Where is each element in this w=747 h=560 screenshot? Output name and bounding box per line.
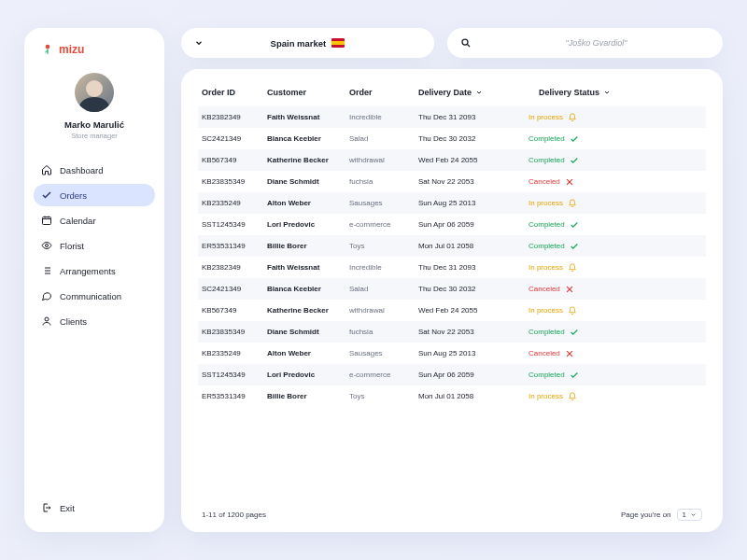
- main: Spain market "Joško Gvardiol" Order ID C…: [181, 28, 723, 532]
- cell-delivery-status: Canceled: [512, 285, 614, 294]
- pager-label: Page you're on: [621, 511, 671, 519]
- cell-delivery-date: Sat Nov 22 2053: [418, 328, 512, 336]
- cell-order-id: KB2335249: [202, 199, 267, 207]
- topbar: Spain market "Joško Gvardiol": [181, 28, 723, 58]
- table-row[interactable]: KB2382349Faith WeissnatIncredibleThu Dec…: [198, 106, 706, 128]
- exit-button[interactable]: Exit: [24, 497, 164, 519]
- cell-delivery-status: In process: [512, 199, 614, 208]
- sidebar-item-communication[interactable]: Communication: [34, 285, 155, 307]
- table-row[interactable]: ER53531349Billie BorerToysMon Jul 01 205…: [198, 235, 706, 257]
- cell-delivery-date: Thu Dec 31 2093: [418, 113, 512, 121]
- cell-delivery-status: Canceled: [512, 349, 614, 358]
- cell-order-id: KB23835349: [202, 328, 267, 336]
- sidebar-item-clients[interactable]: Clients: [34, 310, 155, 332]
- cell-delivery-status: In process: [512, 113, 614, 122]
- col-delivery-date[interactable]: Delivery Date: [418, 88, 512, 97]
- cell-delivery-status: In process: [512, 306, 614, 315]
- cell-customer: Blanca Keebler: [267, 285, 349, 293]
- table-row[interactable]: SC2421349Blanca KeeblerSaladThu Dec 30 2…: [198, 128, 706, 149]
- table-row[interactable]: KB2335249Alton WeberSausagesSun Aug 25 2…: [198, 343, 706, 364]
- table-row[interactable]: ER53531349Billie BorerToysMon Jul 01 205…: [198, 385, 706, 407]
- col-delivery-status[interactable]: Delivery Status: [512, 88, 614, 97]
- cell-customer: Katherine Becker: [267, 156, 349, 164]
- search-box[interactable]: "Joško Gvardiol": [447, 28, 723, 58]
- col-order-id[interactable]: Order ID: [202, 88, 267, 97]
- cell-order-id: KB2335249: [202, 349, 267, 357]
- chevron-down-icon: [603, 89, 611, 96]
- cell-delivery-date: Sat Nov 22 2053: [418, 177, 512, 186]
- x-icon: [565, 177, 574, 187]
- table-row[interactable]: KB23835349Diane SchmidtfuchsiaSat Nov 22…: [198, 321, 706, 343]
- table-row[interactable]: SST1245349Lori Predovice-commerceSun Apr…: [198, 214, 706, 235]
- bell-icon: [568, 199, 577, 208]
- table-row[interactable]: SC2421349Blanca KeeblerSaladThu Dec 30 2…: [198, 278, 706, 300]
- cell-delivery-date: Mon Jul 01 2058: [418, 242, 512, 250]
- table-row[interactable]: KB2335249Alton WeberSausagesSun Aug 25 2…: [198, 192, 706, 214]
- cell-delivery-status: Completed: [512, 134, 614, 144]
- user-role: Store manager: [34, 132, 155, 140]
- avatar: [75, 73, 114, 112]
- cell-delivery-date: Sun Apr 06 2059: [418, 371, 512, 379]
- cell-order: withdrawal: [349, 306, 418, 315]
- table-row[interactable]: KB567349Katherine BeckerwithdrawalWed Fe…: [198, 149, 706, 171]
- status-text: Completed: [529, 220, 565, 229]
- sidebar-item-label: Dashboard: [60, 165, 103, 175]
- cell-delivery-date: Mon Jul 01 2058: [418, 392, 512, 400]
- status-text: Completed: [529, 242, 565, 250]
- chevron-down-icon: [475, 89, 483, 96]
- cell-customer: Lori Predovic: [267, 371, 349, 379]
- cell-order-id: SST1245349: [202, 220, 267, 229]
- orders-card: Order ID Customer Order Delivery Date De…: [181, 69, 723, 532]
- sidebar-item-arrangements[interactable]: Arrangements: [34, 259, 155, 282]
- sidebar-item-florist[interactable]: Florist: [34, 234, 155, 257]
- sidebar-item-orders[interactable]: Orders: [34, 184, 155, 206]
- sidebar: mizu Marko Marulić Store manager Dashboa…: [24, 28, 164, 532]
- table-row[interactable]: KB2382349Faith WeissnatIncredibleThu Dec…: [198, 257, 706, 278]
- table-row[interactable]: SST1245349Lori Predovice-commerceSun Apr…: [198, 364, 706, 385]
- status-text: In process: [529, 113, 563, 121]
- brand-logo: mizu: [24, 43, 164, 62]
- cell-delivery-date: Thu Dec 31 2093: [418, 263, 512, 272]
- cell-order: fuchsia: [349, 328, 418, 336]
- list-icon: [41, 265, 52, 276]
- cell-delivery-date: Sun Aug 25 2013: [418, 199, 512, 207]
- market-label: Spain market: [271, 38, 327, 49]
- status-text: Canceled: [529, 349, 560, 357]
- sidebar-item-calendar[interactable]: Calendar: [34, 209, 155, 231]
- svg-rect-1: [43, 217, 51, 225]
- cell-delivery-date: Wed Feb 24 2055: [418, 156, 512, 164]
- table-row[interactable]: KB567349Katherine BeckerwithdrawalWed Fe…: [198, 300, 706, 321]
- cell-order-id: KB567349: [202, 306, 267, 315]
- chat-icon: [41, 290, 52, 301]
- cell-delivery-date: Thu Dec 30 2032: [418, 134, 512, 143]
- cell-customer: Billie Borer: [267, 392, 349, 400]
- col-order[interactable]: Order: [349, 88, 418, 97]
- bell-icon: [568, 392, 577, 401]
- cell-order: Salad: [349, 285, 418, 293]
- cell-order: fuchsia: [349, 177, 418, 186]
- cell-customer: Faith Weissnat: [267, 263, 349, 272]
- status-text: In process: [529, 263, 563, 272]
- exit-icon: [41, 502, 52, 513]
- table-row[interactable]: KB23835349Diane SchmidtfuchsiaSat Nov 22…: [198, 171, 706, 192]
- sidebar-item-label: Calendar: [60, 216, 96, 226]
- market-selector[interactable]: Spain market: [181, 28, 434, 58]
- table-body: KB2382349Faith WeissnatIncredibleThu Dec…: [198, 106, 706, 499]
- check-icon: [570, 242, 579, 251]
- check-icon: [570, 156, 579, 165]
- pager-current[interactable]: 1: [677, 509, 702, 521]
- status-text: Completed: [529, 328, 565, 336]
- search-icon: [460, 37, 472, 49]
- cell-delivery-status: Canceled: [512, 177, 614, 187]
- sidebar-item-dashboard[interactable]: Dashboard: [34, 159, 155, 181]
- cell-order-id: KB2382349: [202, 113, 267, 121]
- sidebar-item-label: Communication: [60, 291, 121, 301]
- sidebar-item-label: Florist: [60, 241, 84, 251]
- user-profile: Marko Marulić Store manager: [24, 62, 164, 153]
- cell-customer: Blanca Keebler: [267, 134, 349, 143]
- cell-order-id: ER53531349: [202, 392, 267, 400]
- cell-delivery-status: Completed: [512, 156, 614, 165]
- status-text: In process: [529, 392, 563, 400]
- col-customer[interactable]: Customer: [267, 88, 349, 97]
- bell-icon: [568, 113, 577, 122]
